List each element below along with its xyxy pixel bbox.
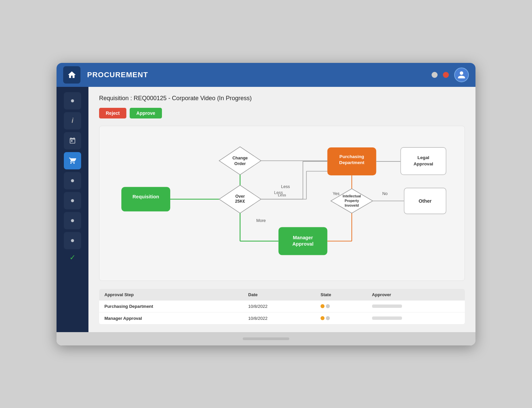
state-dot-gray	[326, 304, 330, 308]
col-date: Date	[243, 289, 316, 301]
state-dot-orange	[321, 316, 325, 320]
flowchart: Requisition Over 25K€ Less	[99, 126, 465, 281]
svg-point-2	[71, 199, 74, 202]
change-order-node: Change	[232, 155, 248, 160]
step-date: 10/8/2022	[243, 301, 316, 312]
sidebar-item-dot3[interactable]	[64, 192, 81, 209]
svg-text:Invoveld: Invoveld	[345, 203, 359, 207]
svg-text:Approval: Approval	[414, 161, 433, 166]
step-state	[315, 312, 366, 324]
svg-point-3	[71, 219, 74, 222]
step-state	[315, 301, 366, 312]
flowchart-svg: Requisition Over 25K€ Less	[106, 133, 458, 273]
less-label2: Less	[281, 184, 290, 189]
svg-text:25K€: 25K€	[235, 199, 245, 204]
other-node: Other	[419, 198, 432, 204]
table-row: Manager Approval 10/8/2022	[99, 312, 465, 324]
svg-point-1	[71, 179, 74, 182]
sidebar-item-dot1[interactable]	[64, 92, 81, 109]
more-label: More	[256, 218, 266, 223]
status-dot-gray	[432, 72, 438, 78]
app-title: PROCUREMENT	[87, 71, 432, 79]
approver-bar	[372, 305, 402, 308]
svg-marker-12	[219, 147, 261, 175]
top-navigation: PROCUREMENT	[57, 63, 475, 87]
checkmark-icon: ✓	[69, 253, 75, 262]
svg-text:Property: Property	[344, 198, 359, 202]
col-state: State	[315, 289, 366, 301]
sidebar-item-dot4[interactable]	[64, 212, 81, 229]
page-title: Requisition : REQ000125 - Corporate Vide…	[99, 95, 465, 102]
step-name: Purchasing Department	[99, 301, 243, 312]
approver-field	[367, 312, 465, 324]
bottom-scroll-area	[57, 332, 475, 345]
no-label: No	[382, 191, 388, 196]
user-avatar[interactable]	[454, 68, 469, 82]
main-content: Requisition : REQ000125 - Corporate Vide…	[88, 87, 475, 332]
action-buttons: Reject Approve	[99, 108, 465, 118]
table-row: Purchasing Department 10/8/2022	[99, 301, 465, 312]
yes-label: Yes	[332, 191, 339, 196]
horizontal-scrollbar[interactable]	[243, 337, 289, 340]
sidebar-item-cart[interactable]	[64, 152, 81, 169]
intellectual-property-node: Intellectual	[343, 194, 361, 198]
state-dot-gray	[326, 316, 330, 320]
sidebar-item-calendar[interactable]	[64, 132, 81, 149]
approver-bar	[372, 316, 402, 320]
col-approval-step: Approval Step	[99, 289, 243, 301]
sidebar: i ✓	[57, 87, 88, 332]
manager-approval-node: Manager	[293, 235, 313, 240]
svg-text:Department: Department	[339, 160, 364, 165]
approver-field	[367, 301, 465, 312]
sidebar-item-dot5[interactable]	[64, 232, 81, 249]
reject-button[interactable]: Reject	[99, 108, 126, 118]
over25k-node: Over	[235, 194, 245, 199]
legal-approval-node: Legal	[417, 155, 429, 160]
step-date: 10/8/2022	[243, 312, 316, 324]
approve-button[interactable]: Approve	[130, 108, 162, 118]
nav-icons	[432, 68, 469, 82]
requisition-node: Requisition	[133, 194, 159, 199]
sidebar-item-info[interactable]: i	[64, 112, 81, 129]
col-approver: Approver	[367, 289, 465, 301]
less-label-inline: Less	[278, 193, 286, 197]
svg-text:Approval: Approval	[292, 241, 314, 247]
state-dot-orange	[321, 304, 325, 308]
purchasing-dept-node: Purchasing	[339, 154, 364, 159]
status-dot-red	[443, 72, 449, 78]
info-icon: i	[71, 117, 73, 124]
sidebar-item-dot2[interactable]	[64, 172, 81, 189]
svg-point-0	[71, 99, 74, 102]
svg-point-4	[71, 239, 74, 242]
svg-text:Order: Order	[234, 161, 246, 166]
home-button[interactable]	[63, 66, 80, 84]
step-name: Manager Approval	[99, 312, 243, 324]
approval-table: Approval Step Date State Approver Purcha…	[99, 289, 465, 324]
